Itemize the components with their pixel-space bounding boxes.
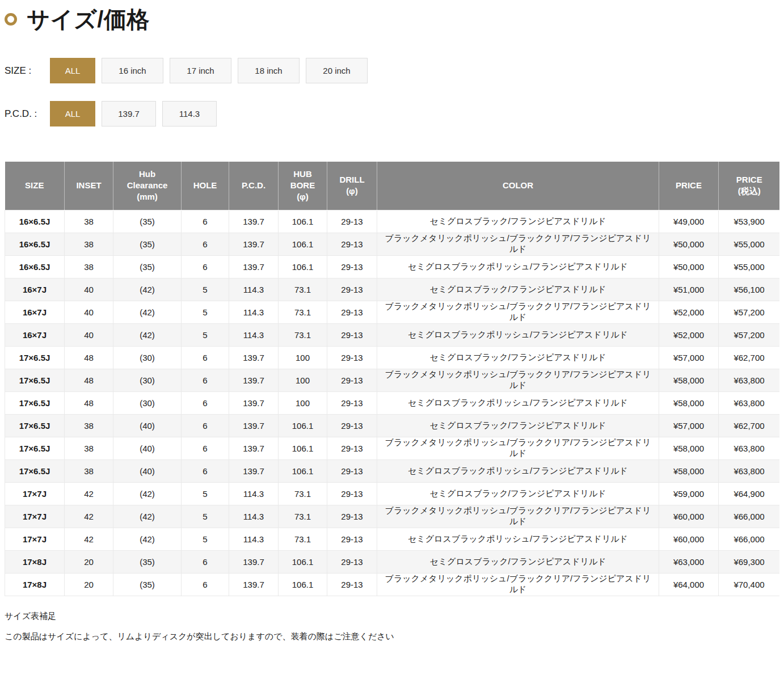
cell-inset: 20: [65, 550, 113, 573]
size-notes: サイズ表補足 この製品はサイズによって、リムよりディスクが突出しておりますので、…: [5, 610, 784, 642]
cell-pcd: 114.3: [229, 278, 279, 301]
cell-hub-clearance: (30): [113, 369, 182, 391]
table-row: 17×7J42(42)5114.373.129-13セミグロスブラックポリッシュ…: [5, 528, 780, 550]
cell-size: 16×7J: [5, 278, 65, 301]
column-header-pcd: P.C.D.: [229, 162, 279, 210]
cell-color: セミグロスブラック/フランジピアスドリルド: [377, 346, 659, 369]
cell-hole: 6: [182, 391, 229, 414]
cell-color: ブラックメタリックポリッシュ/ブラッククリア/フランジピアスドリルド: [377, 437, 659, 459]
cell-price: ¥64,000: [659, 573, 719, 596]
cell-price: ¥60,000: [659, 528, 719, 550]
cell-hole: 5: [182, 482, 229, 505]
cell-price-tax: ¥64,900: [719, 482, 780, 505]
cell-price: ¥51,000: [659, 278, 719, 301]
cell-drill: 29-13: [327, 323, 377, 346]
cell-hub-bore: 73.1: [279, 528, 327, 550]
table-row: 16×6.5J38(35)6139.7106.129-13セミグロスブラック/フ…: [5, 210, 780, 233]
cell-color: セミグロスブラック/フランジピアスドリルド: [377, 482, 659, 505]
cell-color: セミグロスブラックポリッシュ/フランジピアスドリルド: [377, 528, 659, 550]
cell-drill: 29-13: [327, 255, 377, 278]
cell-price: ¥50,000: [659, 233, 719, 255]
cell-price-tax: ¥57,200: [719, 301, 780, 323]
cell-color: ブラックメタリックポリッシュ/ブラッククリア/フランジピアスドリルド: [377, 505, 659, 528]
cell-pcd: 139.7: [229, 414, 279, 437]
size-filter-option-all[interactable]: ALL: [50, 58, 95, 83]
cell-color: セミグロスブラックポリッシュ/フランジピアスドリルド: [377, 459, 659, 482]
cell-drill: 29-13: [327, 482, 377, 505]
cell-hole: 6: [182, 369, 229, 391]
column-header-color: COLOR: [377, 162, 659, 210]
size-price-section: サイズ/価格 SIZE : ALL16 inch17 inch18 inch20…: [0, 0, 784, 700]
pcd-filter-option-114.3[interactable]: 114.3: [162, 101, 217, 126]
pcd-filter-row: P.C.D. : ALL139.7114.3: [5, 101, 784, 126]
cell-pcd: 114.3: [229, 528, 279, 550]
cell-inset: 38: [65, 233, 113, 255]
cell-hole: 6: [182, 437, 229, 459]
cell-price-tax: ¥63,800: [719, 391, 780, 414]
cell-color: ブラックメタリックポリッシュ/ブラッククリア/フランジピアスドリルド: [377, 233, 659, 255]
section-header: サイズ/価格: [0, 0, 784, 32]
cell-size: 17×8J: [5, 573, 65, 596]
size-filter-option-16-inch[interactable]: 16 inch: [102, 58, 163, 83]
cell-hole: 5: [182, 301, 229, 323]
size-price-table-container: SIZEINSETHub Clearance (mm)HOLEP.C.D.HUB…: [5, 162, 779, 598]
cell-pcd: 114.3: [229, 482, 279, 505]
cell-price-tax: ¥63,800: [719, 459, 780, 482]
cell-pcd: 139.7: [229, 550, 279, 573]
cell-price-tax: ¥62,700: [719, 346, 780, 369]
column-header-size: SIZE: [5, 162, 65, 210]
table-row: 16×7J40(42)5114.373.129-13セミグロスブラック/フランジ…: [5, 278, 780, 301]
table-row: 17×7J42(42)5114.373.129-13ブラックメタリックポリッシュ…: [5, 505, 780, 528]
cell-inset: 38: [65, 459, 113, 482]
cell-hole: 5: [182, 528, 229, 550]
cell-inset: 38: [65, 255, 113, 278]
cell-color: セミグロスブラック/フランジピアスドリルド: [377, 414, 659, 437]
size-filter-option-18-inch[interactable]: 18 inch: [238, 58, 300, 83]
cell-hole: 6: [182, 233, 229, 255]
cell-hub-clearance: (30): [113, 346, 182, 369]
cell-hub-clearance: (40): [113, 414, 182, 437]
cell-hub-clearance: (42): [113, 301, 182, 323]
cell-inset: 20: [65, 573, 113, 596]
column-header-hole: HOLE: [182, 162, 229, 210]
cell-hub-bore: 106.1: [279, 459, 327, 482]
cell-price-tax: ¥66,000: [719, 505, 780, 528]
cell-hole: 6: [182, 550, 229, 573]
cell-pcd: 114.3: [229, 323, 279, 346]
size-price-table: SIZEINSETHub Clearance (mm)HOLEP.C.D.HUB…: [5, 162, 779, 596]
column-header-hub-bore: HUB BORE (φ): [279, 162, 327, 210]
cell-price: ¥58,000: [659, 369, 719, 391]
cell-color: ブラックメタリックポリッシュ/ブラッククリア/フランジピアスドリルド: [377, 301, 659, 323]
cell-drill: 29-13: [327, 550, 377, 573]
cell-inset: 40: [65, 278, 113, 301]
table-row: 17×8J20(35)6139.7106.129-13ブラックメタリックポリッシ…: [5, 573, 780, 596]
cell-drill: 29-13: [327, 573, 377, 596]
cell-drill: 29-13: [327, 369, 377, 391]
cell-hub-bore: 73.1: [279, 301, 327, 323]
cell-drill: 29-13: [327, 414, 377, 437]
table-row: 17×6.5J48(30)6139.710029-13セミグロスブラック/フラン…: [5, 346, 780, 369]
cell-hole: 6: [182, 459, 229, 482]
pcd-filter-option-all[interactable]: ALL: [50, 101, 95, 126]
cell-size: 17×6.5J: [5, 346, 65, 369]
cell-inset: 38: [65, 414, 113, 437]
cell-price-tax: ¥55,000: [719, 233, 780, 255]
size-filter-option-17-inch[interactable]: 17 inch: [170, 58, 231, 83]
cell-price: ¥50,000: [659, 255, 719, 278]
section-bullet-icon: [5, 13, 17, 26]
cell-pcd: 139.7: [229, 255, 279, 278]
cell-hole: 6: [182, 255, 229, 278]
column-header-price-tax: PRICE (税込): [719, 162, 780, 210]
size-filter-option-20-inch[interactable]: 20 inch: [306, 58, 368, 83]
cell-color: セミグロスブラック/フランジピアスドリルド: [377, 550, 659, 573]
cell-size: 17×6.5J: [5, 369, 65, 391]
pcd-filter-option-139.7[interactable]: 139.7: [102, 101, 156, 126]
table-row: 17×6.5J38(40)6139.7106.129-13セミグロスブラックポリ…: [5, 459, 780, 482]
cell-hole: 6: [182, 414, 229, 437]
cell-hole: 5: [182, 505, 229, 528]
table-row: 17×6.5J38(40)6139.7106.129-13セミグロスブラック/フ…: [5, 414, 780, 437]
cell-pcd: 139.7: [229, 233, 279, 255]
cell-color: セミグロスブラック/フランジピアスドリルド: [377, 278, 659, 301]
cell-price-tax: ¥63,800: [719, 369, 780, 391]
cell-size: 16×6.5J: [5, 233, 65, 255]
